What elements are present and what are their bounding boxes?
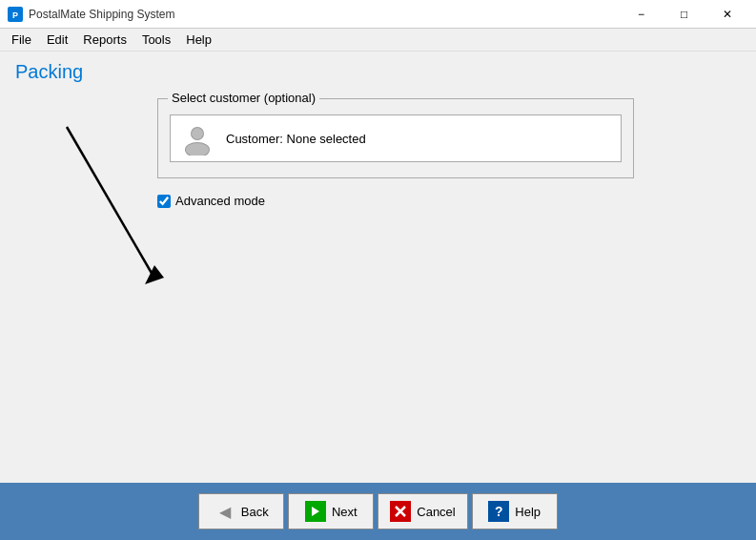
customer-avatar-icon <box>180 121 215 156</box>
help-label: Help <box>515 505 541 519</box>
menu-bar: File Edit Reports Tools Help <box>0 29 756 52</box>
maximize-button[interactable]: □ <box>663 0 705 29</box>
svg-marker-8 <box>312 507 319 516</box>
next-button[interactable]: Next <box>288 493 374 530</box>
customer-select-row[interactable]: Customer: None selected <box>170 114 622 162</box>
menu-edit[interactable]: Edit <box>39 31 75 49</box>
title-bar: P PostalMate Shipping System − □ ✕ <box>0 0 756 29</box>
help-icon: ? <box>488 501 509 522</box>
next-label: Next <box>332 505 358 519</box>
menu-help[interactable]: Help <box>178 31 219 49</box>
advanced-mode-checkbox[interactable] <box>157 195 171 208</box>
svg-line-2 <box>67 127 153 275</box>
advanced-mode-label[interactable]: Advanced mode <box>175 194 265 208</box>
group-box-legend: Select customer (optional) <box>168 91 319 105</box>
menu-tools[interactable]: Tools <box>134 31 178 49</box>
menu-reports[interactable]: Reports <box>75 31 134 49</box>
cancel-icon <box>390 501 411 522</box>
help-button[interactable]: ? Help <box>472 493 558 530</box>
minimize-button[interactable]: − <box>620 0 663 29</box>
bottom-bar: ◀ Back Next Cancel ? Help <box>0 483 756 540</box>
back-label: Back <box>241 505 269 519</box>
title-bar-left: P PostalMate Shipping System <box>8 7 174 22</box>
menu-file[interactable]: File <box>4 31 39 49</box>
back-icon: ◀ <box>215 501 235 522</box>
main-content: Select customer (optional) Customer: Non… <box>0 89 756 483</box>
svg-text:P: P <box>12 10 18 20</box>
cancel-button[interactable]: Cancel <box>378 493 467 530</box>
app-icon: P <box>8 7 23 22</box>
advanced-mode-row: Advanced mode <box>157 194 737 208</box>
next-icon <box>305 501 326 522</box>
customer-group-box: Select customer (optional) Customer: Non… <box>157 98 634 178</box>
close-button[interactable]: ✕ <box>705 0 748 29</box>
app-title: PostalMate Shipping System <box>29 8 174 21</box>
cancel-label: Cancel <box>417 505 455 519</box>
page-title: Packing <box>0 52 756 89</box>
svg-marker-3 <box>145 265 164 284</box>
back-button[interactable]: ◀ Back <box>198 493 284 530</box>
customer-label: Customer: None selected <box>226 132 366 146</box>
window-controls: − □ ✕ <box>620 0 748 29</box>
svg-point-6 <box>192 128 203 139</box>
